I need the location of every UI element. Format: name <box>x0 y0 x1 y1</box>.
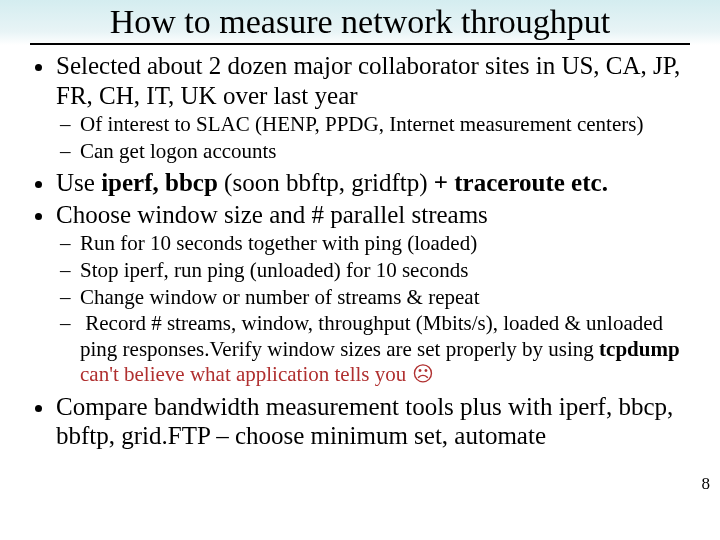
bullet-2-mid: (soon bbftp, gridftp) <box>218 169 434 196</box>
bullet-3d: Record # streams, window, throughput (Mb… <box>80 311 700 388</box>
page-number: 8 <box>702 474 711 494</box>
bullet-2-bold: iperf, bbcp <box>101 169 218 196</box>
bullet-1b: Can get logon accounts <box>80 139 700 165</box>
bullet-3: Choose window size and # parallel stream… <box>56 200 700 388</box>
bullet-4: Compare bandwidth measurement tools plus… <box>56 392 700 451</box>
bullet-3-text: Choose window size and # parallel stream… <box>56 201 488 228</box>
bullet-3c: Change window or number of streams & rep… <box>80 285 700 311</box>
bullet-1-text: Selected about 2 dozen major collaborato… <box>56 52 680 109</box>
bullet-2-pre: Use <box>56 169 101 196</box>
bullet-1: Selected about 2 dozen major collaborato… <box>56 51 700 164</box>
bullet-2-bold2: + traceroute etc. <box>434 169 608 196</box>
bullet-3-sublist: Run for 10 seconds together with ping (l… <box>56 231 700 388</box>
bullet-3d-bold: tcpdump <box>599 337 680 361</box>
bullet-3b: Stop iperf, run ping (unloaded) for 10 s… <box>80 258 700 284</box>
title-background: How to measure network throughput <box>0 0 720 45</box>
bullet-3a: Run for 10 seconds together with ping (l… <box>80 231 700 257</box>
bullet-1-sublist: Of interest to SLAC (HENP, PPDG, Interne… <box>56 112 700 164</box>
bullet-list: Selected about 2 dozen major collaborato… <box>20 51 700 451</box>
bullet-1a: Of interest to SLAC (HENP, PPDG, Interne… <box>80 112 700 138</box>
bullet-2: Use iperf, bbcp (soon bbftp, gridftp) + … <box>56 168 700 198</box>
slide-title: How to measure network throughput <box>30 2 690 45</box>
bullet-3d-warning: can't believe what application tells you… <box>80 362 434 386</box>
bullet-3d-pre: Record # streams, window, throughput (Mb… <box>80 311 663 361</box>
slide: How to measure network throughput Select… <box>0 0 720 540</box>
